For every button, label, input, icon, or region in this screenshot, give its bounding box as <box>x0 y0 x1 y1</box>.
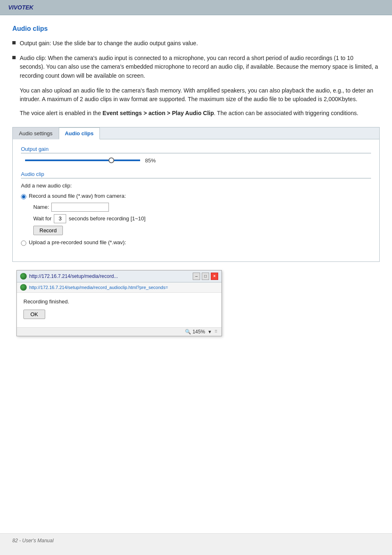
slider-thumb[interactable] <box>108 157 114 163</box>
radio-option-record: Record a sound file (*.wav) from camera: <box>21 193 371 199</box>
tabs-panel: Audio settings Audio clips Output gain 8… <box>12 127 380 262</box>
bullet-icon <box>12 56 16 59</box>
browser-icon <box>20 273 27 280</box>
record-form: Name: Wait for seconds before recording … <box>33 203 371 235</box>
name-label: Name: <box>33 204 49 210</box>
bullet-list: Output gain: Use the slide bar to change… <box>12 39 380 81</box>
record-row: Record <box>33 226 371 235</box>
audio-clip-legend: Audio clip <box>21 171 371 178</box>
zoom-level: 🔍 145% <box>185 329 205 335</box>
wait-row: Wait for seconds before recording [1~10] <box>33 214 371 223</box>
tabs-bar: Audio settings Audio clips <box>13 127 379 139</box>
output-gain-legend: Output gain <box>21 146 371 153</box>
record-button[interactable]: Record <box>33 226 63 235</box>
browser-statusbar: 🔍 145% ▼ ⠿ <box>17 327 221 336</box>
bullet-text-2: Audio clip: When the camera's audio inpu… <box>20 54 380 81</box>
radio-record-label[interactable]: Record a sound file (*.wav) from camera: <box>29 193 126 199</box>
paragraph-2-suffix: . The action can be associated with trig… <box>214 110 359 116</box>
list-item: Audio clip: When the camera's audio inpu… <box>12 54 380 81</box>
browser-nav-row: http://172.16.7.214/setup/media/record_a… <box>17 282 221 293</box>
recording-finished-text: Recording finished. <box>23 298 215 305</box>
browser-titlebar: http://172.16.7.214/setup/media/record..… <box>17 271 221 282</box>
minimize-button[interactable]: – <box>193 273 200 280</box>
close-button[interactable]: × <box>211 273 218 280</box>
nav-icon <box>20 284 27 291</box>
radio-record[interactable] <box>21 194 26 199</box>
brand-logo: VIVOTEK <box>8 4 33 11</box>
slider-track[interactable] <box>25 160 140 161</box>
slider-value: 85% <box>145 157 156 164</box>
paragraph-2-bold: Event settings > action > Play Audio Cli… <box>103 110 214 116</box>
page-content: Audio clips Output gain: Use the slide b… <box>0 15 392 533</box>
paragraph-2-prefix: The voice alert is enabled in the <box>20 110 103 116</box>
radio-upload[interactable] <box>21 240 26 246</box>
radio-option-upload: Upload a pre-recorded sound file (*.wav)… <box>21 239 371 246</box>
page-title: Audio clips <box>12 25 380 32</box>
name-row: Name: <box>33 203 371 212</box>
page-header: VIVOTEK <box>0 0 392 15</box>
tab-audio-clips[interactable]: Audio clips <box>59 127 100 139</box>
restore-button[interactable]: □ <box>202 273 209 280</box>
wait-label: Wait for <box>33 215 51 222</box>
browser-window: http://172.16.7.214/setup/media/record..… <box>16 270 222 336</box>
browser-win-controls: – □ × <box>193 273 218 280</box>
browser-url-display: http://172.16.7.214/setup/media/record..… <box>29 273 193 279</box>
resize-handle: ⠿ <box>214 329 217 334</box>
paragraph-1: You can also upload an audio file to the… <box>20 86 380 104</box>
add-new-label: Add a new audio clip: <box>21 183 371 189</box>
wait-input[interactable] <box>54 214 66 223</box>
radio-upload-label[interactable]: Upload a pre-recorded sound file (*.wav)… <box>29 239 126 245</box>
paragraph-2: The voice alert is enabled in the Event … <box>20 109 380 118</box>
browser-nav-url: http://172.16.7.214/setup/media/record_a… <box>29 285 168 290</box>
name-input[interactable] <box>51 203 109 212</box>
tab-audio-settings[interactable]: Audio settings <box>13 127 59 139</box>
footer-text: 82 - User's Manual <box>12 538 53 543</box>
ok-button[interactable]: OK <box>23 310 45 319</box>
zoom-dropdown[interactable]: ▼ <box>208 329 212 334</box>
bullet-text-1: Output gain: Use the slide bar to change… <box>20 39 380 48</box>
list-item: Output gain: Use the slide bar to change… <box>12 39 380 48</box>
output-gain-section: Output gain 85% <box>21 146 371 164</box>
panel-body: Output gain 85% Audio clip Add a new aud… <box>13 139 379 261</box>
seconds-label: seconds before recording [1~10] <box>69 215 145 222</box>
audio-clip-section: Audio clip Add a new audio clip: Record … <box>21 171 371 246</box>
slider-row: 85% <box>25 157 371 164</box>
bullet-icon <box>12 41 16 44</box>
page-footer: 82 - User's Manual <box>0 533 392 548</box>
browser-content: Recording finished. OK <box>17 293 221 327</box>
browser-url-row: http://172.16.7.214/setup/media/record..… <box>20 273 193 280</box>
